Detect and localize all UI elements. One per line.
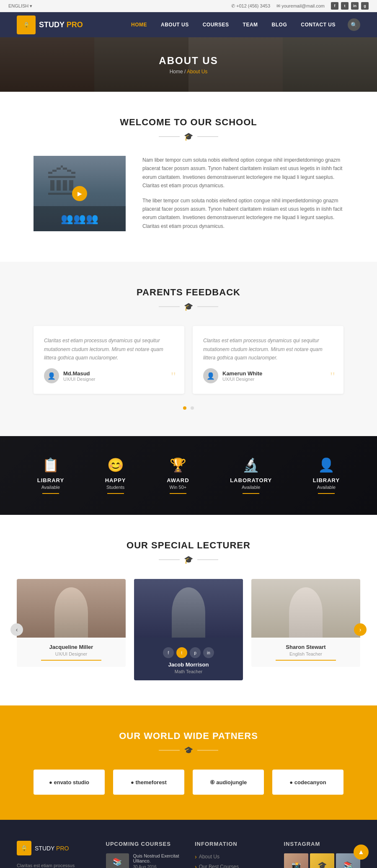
footer-course-thumb-1: 📚 xyxy=(106,853,129,868)
dot-1[interactable] xyxy=(183,406,186,410)
happy-icon: 😊 xyxy=(105,457,126,473)
divider-line-right xyxy=(197,136,218,137)
author-name-1: Md.Masud xyxy=(63,370,95,377)
author-role-2: UX/UI Designer xyxy=(222,377,262,382)
email-address: ✉ youremail@mail.com xyxy=(276,3,325,9)
nav-about[interactable]: ABOUT US xyxy=(155,18,195,31)
feedback-text-2: Claritas est etiam processus dynamicus q… xyxy=(203,336,333,362)
feedback-divider: 🎓 xyxy=(34,302,343,311)
library2-icon: 👤 xyxy=(313,457,340,473)
footer-about-text: Claritas est etiam processus dynamicus q… xyxy=(17,862,93,868)
stat-laboratory: 🔬 LABORATORY Available xyxy=(230,457,272,494)
nav-contact[interactable]: CONTACT US xyxy=(295,18,341,31)
linkedin-btn[interactable]: in xyxy=(203,647,214,658)
footer-link-courses-anchor[interactable]: Our Best Courses xyxy=(195,863,271,868)
footer-grid: 🔒 STUDY PRO Claritas est etiam processus… xyxy=(17,841,360,868)
footer-col-courses: UPCOMING COURSES 📚 Quis Nostrud Exercita… xyxy=(106,841,183,868)
footer-link-about-anchor[interactable]: About Us xyxy=(195,853,271,860)
language-selector[interactable]: ENGLISH ▾ xyxy=(8,3,32,9)
author-info-2: Kamerun White UX/UI Designer xyxy=(222,370,262,382)
feedback-divider-right xyxy=(197,306,218,307)
lecturer-role-2: Math Teacher xyxy=(138,669,239,674)
top-bar: ENGLISH ▾ ✆ +012 (456) 3453 ✉ youremail@… xyxy=(0,0,377,12)
stat-sub-3: Win 50+ xyxy=(167,485,189,490)
instagram-grid: 📸 🎓 📚 🏫 👩‍🎓 🌟 xyxy=(284,853,361,868)
partners-section: OUR WORLD WIDE PATNERS 🎓 ● envato studio… xyxy=(0,705,377,820)
logo-text: STUDY PRO xyxy=(39,21,83,29)
twitter-btn[interactable]: t xyxy=(176,647,187,658)
partner-codecanyon[interactable]: ● codecanyon xyxy=(272,770,343,795)
nav-courses[interactable]: COURSES xyxy=(197,18,235,31)
stat-award: 🏆 AWARD Win 50+ xyxy=(167,457,189,494)
lecturer-role-1: UX/UI Designer xyxy=(21,651,121,656)
lecturer-name-1: Jacqueline Miller xyxy=(21,644,121,650)
linkedin-icon[interactable]: in xyxy=(351,2,359,10)
feedback-divider-left xyxy=(159,306,180,307)
carousel-dots xyxy=(34,404,343,411)
footer-col-instagram: INSTAGRAM 📸 🎓 📚 🏫 👩‍🎓 🌟 xyxy=(284,841,361,868)
partners-divider-icon: 🎓 xyxy=(184,746,193,755)
footer-logo-icon: 🔒 xyxy=(17,841,31,855)
quote-icon-2: " xyxy=(330,369,335,383)
logo[interactable]: 🔒 STUDY PRO xyxy=(17,16,92,34)
lecturer-card-1: Jacqueline Miller UX/UI Designer xyxy=(17,579,126,667)
lecturer-info-2: f t p in Jacob Morrison Math Teacher xyxy=(134,638,243,680)
lecturer-divider-right xyxy=(197,559,218,560)
footer-col-about: 🔒 STUDY PRO Claritas est etiam processus… xyxy=(17,841,93,868)
stat-label-2: HAPPY xyxy=(105,477,126,483)
google-icon[interactable]: g xyxy=(361,2,369,10)
welcome-section: WELCOME TO OUR SCHOOL 🎓 👥👥👥 ▶ Nam liber … xyxy=(0,92,377,262)
stat-line-2 xyxy=(107,493,124,494)
welcome-image-container: 👥👥👥 ▶ xyxy=(34,156,126,231)
stat-line-5 xyxy=(318,493,335,494)
footer-link-about: About Us xyxy=(195,853,271,860)
lecturer-name-3: Sharon Stewart xyxy=(256,644,356,650)
lecturer-image-1 xyxy=(17,579,126,638)
insta-1[interactable]: 📸 xyxy=(284,853,308,868)
stat-happy: 😊 HAPPY Students xyxy=(105,457,126,494)
lecturer-social-2: f t p in xyxy=(138,647,239,658)
footer-course-1: 📚 Quis Nostrud Exercitat Ullianco. 30 Au… xyxy=(106,853,183,868)
play-button[interactable]: ▶ xyxy=(72,186,87,201)
insta-2[interactable]: 🎓 xyxy=(310,853,334,868)
hero-section: ABOUT US Home / About Us xyxy=(0,37,377,92)
scroll-top-button[interactable]: ▲ xyxy=(354,845,369,860)
stats-section: 📋 LIBRARY Available 😊 HAPPY Students 🏆 A… xyxy=(0,436,377,515)
partner-audiojungle[interactable]: ⑥ audiojungle xyxy=(193,770,264,795)
lecturer-card-3: Sharon Stewart English Teacher xyxy=(251,579,360,667)
facebook-icon[interactable]: f xyxy=(331,2,338,10)
footer-courses-title: UPCOMING COURSES xyxy=(106,841,183,847)
footer-info-title: INFORMATION xyxy=(195,841,271,847)
footer: 🔒 STUDY PRO Claritas est etiam processus… xyxy=(0,820,377,868)
logo-icon: 🔒 xyxy=(17,16,36,34)
partner-envato[interactable]: ● envato studio xyxy=(34,770,105,795)
feedback-section: PARENTS FEEDBACK 🎓 Claritas est etiam pr… xyxy=(0,262,377,436)
breadcrumb: Home / About Us xyxy=(170,69,208,75)
facebook-btn[interactable]: f xyxy=(163,647,174,658)
library-icon: 📋 xyxy=(37,457,64,473)
lecturer-next-button[interactable]: › xyxy=(354,623,367,636)
top-social-icons: f t in g xyxy=(331,2,369,10)
footer-col-info: INFORMATION About Us Our Best Courses Up… xyxy=(195,841,271,868)
lecturer-title: OUR SPECIAL LECTURER xyxy=(17,540,360,551)
nav-team[interactable]: TEAM xyxy=(237,18,264,31)
pinterest-btn[interactable]: p xyxy=(190,647,201,658)
breadcrumb-current: About Us xyxy=(187,69,207,75)
twitter-icon[interactable]: t xyxy=(341,2,349,10)
stat-line-3 xyxy=(170,493,186,494)
divider-line-left xyxy=(159,136,180,137)
lecturer-prev-button[interactable]: ‹ xyxy=(10,623,23,636)
lecturer-name-2: Jacob Morrison xyxy=(138,661,239,668)
footer-course-title-1: Quis Nostrud Exercitat Ullianco. xyxy=(133,853,183,863)
search-button[interactable]: 🔍 xyxy=(348,18,360,31)
welcome-divider: 🎓 xyxy=(34,132,343,141)
breadcrumb-home[interactable]: Home xyxy=(170,69,183,75)
dot-2[interactable] xyxy=(191,406,194,410)
stat-sub-1: Available xyxy=(37,485,64,490)
footer-link-courses: Our Best Courses xyxy=(195,863,271,868)
author-info-1: Md.Masud UX/UI Designer xyxy=(63,370,95,382)
partner-themeforest[interactable]: ● themeforest xyxy=(113,770,184,795)
nav-blog[interactable]: BLOG xyxy=(266,18,293,31)
nav-home[interactable]: HOME xyxy=(125,18,153,31)
stat-label-4: LABORATORY xyxy=(230,477,272,483)
